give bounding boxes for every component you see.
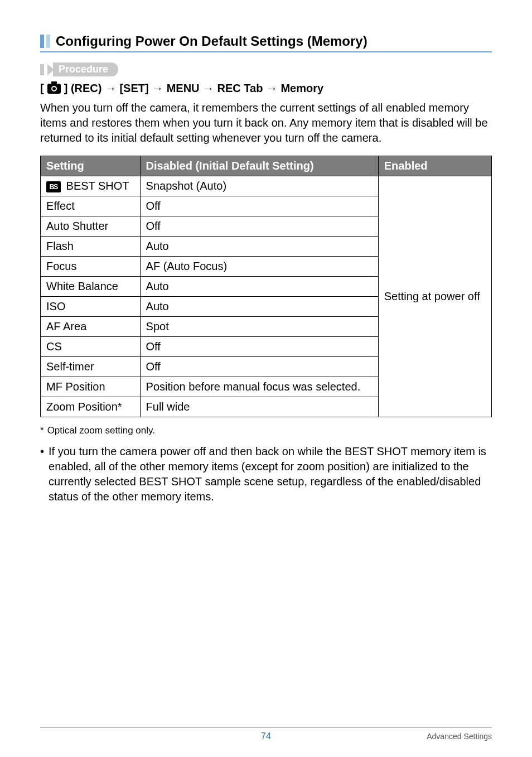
cell-setting: ISO xyxy=(41,297,141,317)
page-number: 74 xyxy=(191,731,341,741)
cell-setting: Auto Shutter xyxy=(41,216,141,237)
cell-setting: CS xyxy=(41,337,141,357)
bs-icon: BS xyxy=(46,181,61,192)
cell-setting: MF Position xyxy=(41,377,141,397)
arrow-icon: → xyxy=(203,82,214,95)
cell-setting: Self-timer xyxy=(41,357,141,377)
cell-disabled: Auto xyxy=(140,277,378,297)
cell-disabled: Position before manual focus was selecte… xyxy=(140,377,378,397)
proc-set: [SET] xyxy=(119,82,148,95)
table-row: BS BEST SHOTSnapshot (Auto)Setting at po… xyxy=(41,176,492,196)
cell-disabled: Off xyxy=(140,216,378,237)
note-text: If you turn the camera power off and the… xyxy=(49,444,492,504)
heading-underline xyxy=(40,51,492,52)
cell-disabled: Auto xyxy=(140,237,378,257)
section-heading: Configuring Power On Default Settings (M… xyxy=(40,33,492,49)
proc-rec: ] (REC) xyxy=(64,82,102,95)
arrow-icon: → xyxy=(266,82,277,95)
bullet-icon: • xyxy=(40,444,44,504)
cell-setting: BS BEST SHOT xyxy=(41,176,141,196)
cell-disabled: Spot xyxy=(140,317,378,337)
cell-setting: White Balance xyxy=(41,277,141,297)
procedure-breadcrumb: [ ] (REC) → [SET] → MENU → REC Tab → Mem… xyxy=(40,82,492,95)
cell-setting: AF Area xyxy=(41,317,141,337)
footer-divider xyxy=(40,727,492,728)
cell-setting: Flash xyxy=(41,237,141,257)
camera-lens-icon xyxy=(51,86,57,91)
cell-setting: Effect xyxy=(41,196,141,216)
cell-disabled: AF (Auto Focus) xyxy=(140,257,378,277)
cell-disabled: Auto xyxy=(140,297,378,317)
page-footer: 74 Advanced Settings xyxy=(40,727,492,741)
footnote: * Optical zoom setting only. xyxy=(40,425,492,436)
cell-disabled: Off xyxy=(140,357,378,377)
heading-accent-bar-dark xyxy=(40,35,44,48)
camera-icon xyxy=(47,84,61,94)
cell-setting: Zoom Position* xyxy=(41,397,141,417)
heading-title: Configuring Power On Default Settings (M… xyxy=(56,33,367,49)
note-paragraph: • If you turn the camera power off and t… xyxy=(40,444,492,504)
proc-rectab: REC Tab xyxy=(217,82,263,95)
procedure-bar xyxy=(40,64,44,75)
footer-section: Advanced Settings xyxy=(341,732,492,741)
proc-bracket-open: [ xyxy=(40,82,44,95)
body-paragraph: When you turn off the camera, it remembe… xyxy=(40,100,492,146)
th-enabled: Enabled xyxy=(378,156,491,176)
arrow-icon: → xyxy=(152,82,163,95)
cell-setting-text: BEST SHOT xyxy=(63,180,129,192)
cell-enabled: Setting at power off xyxy=(378,176,491,417)
arrow-icon: → xyxy=(105,82,116,95)
footnote-marker: * xyxy=(40,425,44,436)
cell-disabled: Off xyxy=(140,196,378,216)
th-disabled: Disabled (Initial Default Setting) xyxy=(140,156,378,176)
footnote-text: Optical zoom setting only. xyxy=(47,425,155,436)
th-setting: Setting xyxy=(41,156,141,176)
cell-disabled: Snapshot (Auto) xyxy=(140,176,378,196)
heading-accent-bar-light xyxy=(46,35,50,48)
cell-setting: Focus xyxy=(41,257,141,277)
proc-menu: MENU xyxy=(167,82,200,95)
proc-memory: Memory xyxy=(280,82,323,95)
settings-table: Setting Disabled (Initial Default Settin… xyxy=(40,156,492,417)
procedure-label-row: Procedure xyxy=(40,62,492,76)
cell-disabled: Off xyxy=(140,337,378,357)
procedure-label: Procedure xyxy=(53,62,118,76)
cell-disabled: Full wide xyxy=(140,397,378,417)
